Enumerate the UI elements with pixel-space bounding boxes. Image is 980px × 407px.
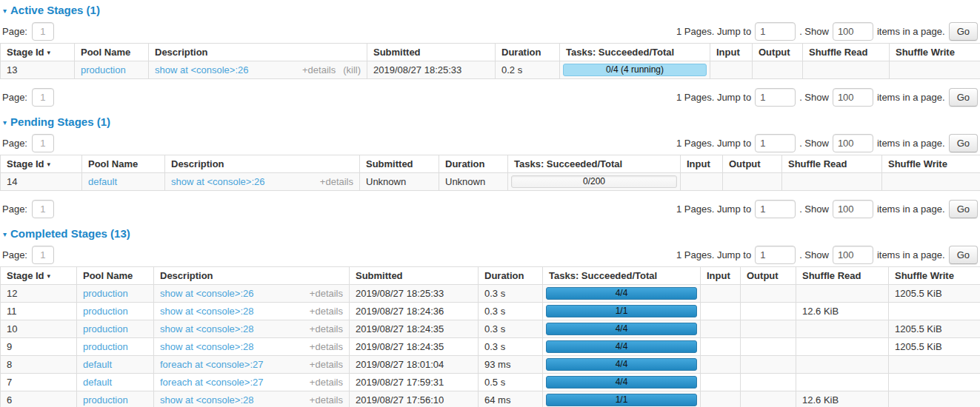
column-header-pool-name[interactable]: Pool Name (82, 155, 165, 173)
column-header-duration[interactable]: Duration (479, 267, 543, 285)
section-header-completed[interactable]: ▾Completed Stages (13) (3, 227, 980, 240)
column-header-submitted[interactable]: Submitted (350, 267, 479, 285)
column-header-submitted[interactable]: Submitted (360, 155, 439, 173)
output-cell (741, 285, 796, 303)
column-header-shuffle-write[interactable]: Shuffle Write (889, 267, 980, 285)
show-items-input[interactable] (833, 134, 873, 152)
details-toggle-link[interactable]: +details (310, 394, 343, 406)
show-label: . Show (799, 92, 829, 103)
submitted-cell: 2019/08/27 17:56:10 (350, 391, 479, 407)
pool-name-link[interactable]: production (83, 323, 128, 334)
pool-name-link[interactable]: production (81, 64, 126, 75)
description-link[interactable]: show at <console>:28 (160, 341, 253, 352)
description-actions: +details (310, 341, 343, 352)
shuffle-read-cell: 12.6 KiB (796, 391, 889, 407)
show-items-input[interactable] (833, 22, 873, 41)
duration-cell: Unknown (439, 173, 508, 191)
description-link[interactable]: show at <console>:26 (160, 288, 253, 299)
column-header-description[interactable]: Description (149, 44, 367, 61)
column-header-pool-name[interactable]: Pool Name (77, 267, 154, 285)
page-input[interactable] (32, 134, 54, 152)
column-header-description[interactable]: Description (165, 155, 360, 173)
section-title-text: Completed Stages (13) (10, 227, 130, 240)
column-header-duration[interactable]: Duration (439, 155, 508, 173)
jump-to-input[interactable] (755, 88, 796, 107)
description-link[interactable]: foreach at <console>:27 (160, 377, 264, 388)
details-toggle-link[interactable]: +details (310, 288, 343, 299)
duration-cell: 64 ms (479, 391, 543, 407)
description-cell: show at <console>:26+details(kill) (149, 61, 367, 79)
column-header-output[interactable]: Output (723, 155, 782, 173)
section-title-text: Pending Stages (1) (10, 115, 110, 128)
column-header-shuffle-write[interactable]: Shuffle Write (882, 155, 980, 173)
column-header-stage-id[interactable]: Stage Id▾ (1, 44, 75, 61)
go-button[interactable]: Go (949, 22, 978, 41)
collapse-caret-icon: ▾ (3, 230, 7, 238)
description-link[interactable]: show at <console>:28 (160, 306, 253, 317)
column-header-duration[interactable]: Duration (496, 44, 560, 61)
pool-name-link[interactable]: default (88, 176, 117, 187)
details-toggle-link[interactable]: +details (310, 323, 343, 334)
column-header-output[interactable]: Output (741, 267, 796, 285)
tasks-cell: 1/1 (543, 303, 701, 320)
pool-name-link[interactable]: production (83, 288, 128, 299)
pool-name-link[interactable]: default (83, 377, 112, 388)
description-link[interactable]: show at <console>:26 (171, 176, 264, 187)
pagination-controls: 1 Pages. Jump to. Showitems in a page.Go (676, 246, 978, 264)
go-button[interactable]: Go (949, 88, 978, 107)
kill-link[interactable]: (kill) (343, 64, 361, 75)
output-cell (741, 391, 796, 407)
details-toggle-link[interactable]: +details (310, 377, 343, 388)
details-toggle-link[interactable]: +details (310, 341, 343, 352)
jump-to-input[interactable] (755, 22, 796, 41)
page-input[interactable] (32, 22, 54, 41)
column-header-output[interactable]: Output (753, 44, 803, 61)
column-header-tasks[interactable]: Tasks: Succeeded/Total (508, 155, 681, 173)
page-input[interactable] (32, 246, 54, 264)
pool-name-link[interactable]: default (83, 359, 112, 370)
column-header-shuffle-read[interactable]: Shuffle Read (803, 44, 890, 61)
column-header-shuffle-write[interactable]: Shuffle Write (890, 44, 980, 61)
go-button[interactable]: Go (949, 200, 978, 218)
go-button[interactable]: Go (949, 134, 978, 152)
show-items-input[interactable] (833, 88, 873, 107)
column-header-description[interactable]: Description (154, 267, 350, 285)
description-link[interactable]: show at <console>:28 (160, 394, 253, 406)
section-header-pending[interactable]: ▾Pending Stages (1) (3, 115, 980, 128)
section-header-active[interactable]: ▾Active Stages (1) (3, 4, 980, 16)
column-header-input[interactable]: Input (681, 155, 723, 173)
column-header-input[interactable]: Input (701, 267, 741, 285)
description-link[interactable]: foreach at <console>:27 (160, 359, 264, 370)
column-header-tasks[interactable]: Tasks: Succeeded/Total (560, 44, 710, 61)
page-input[interactable] (32, 200, 54, 218)
jump-to-input[interactable] (755, 246, 796, 264)
go-button[interactable]: Go (949, 246, 978, 264)
column-header-stage-id[interactable]: Stage Id▾ (1, 267, 77, 285)
column-header-shuffle-read[interactable]: Shuffle Read (796, 267, 889, 285)
column-header-shuffle-read[interactable]: Shuffle Read (782, 155, 882, 173)
column-header-submitted[interactable]: Submitted (367, 44, 496, 61)
pool-name-cell: production (77, 338, 154, 356)
column-header-tasks[interactable]: Tasks: Succeeded/Total (543, 267, 701, 285)
column-header-pool-name[interactable]: Pool Name (75, 44, 149, 61)
pool-name-link[interactable]: production (83, 306, 128, 317)
shuffle-read-cell (803, 61, 890, 79)
page-label: Page: (2, 138, 27, 149)
details-toggle-link[interactable]: +details (310, 306, 343, 317)
jump-to-input[interactable] (755, 134, 796, 152)
show-items-input[interactable] (833, 246, 873, 264)
jump-to-input[interactable] (755, 200, 796, 218)
page-input[interactable] (32, 88, 54, 107)
description-link[interactable]: show at <console>:26 (155, 64, 248, 75)
details-toggle-link[interactable]: +details (310, 359, 343, 370)
column-header-stage-id[interactable]: Stage Id▾ (1, 155, 82, 173)
pool-name-link[interactable]: production (83, 394, 128, 406)
description-link[interactable]: show at <console>:28 (160, 323, 253, 334)
pool-name-link[interactable]: production (83, 341, 128, 352)
output-cell (741, 320, 796, 338)
show-items-input[interactable] (833, 200, 873, 218)
details-toggle-link[interactable]: +details (302, 64, 336, 75)
submitted-cell: 2019/08/27 18:24:35 (350, 320, 479, 338)
column-header-input[interactable]: Input (710, 44, 753, 61)
details-toggle-link[interactable]: +details (320, 176, 353, 187)
